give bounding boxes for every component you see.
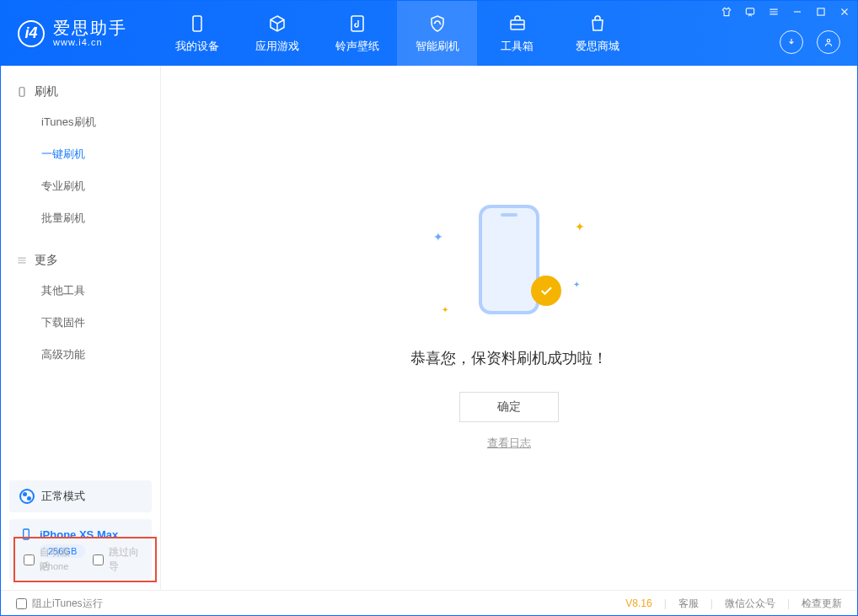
tab-label: 铃声壁纸 [335, 39, 379, 54]
checkbox-input[interactable] [93, 554, 104, 565]
close-button[interactable] [839, 6, 850, 20]
svg-rect-0 [193, 16, 201, 31]
tab-ringtone-wallpaper[interactable]: 铃声壁纸 [317, 1, 397, 66]
bag-icon [587, 13, 608, 34]
success-illustration: ✦ ✦ ✦ ✦ [450, 205, 568, 323]
mode-icon [19, 489, 35, 504]
tab-label: 应用游戏 [255, 39, 299, 54]
sidebar-item-onekey-flash[interactable]: 一键刷机 [1, 138, 160, 170]
sidebar-item-batch-flash[interactable]: 批量刷机 [1, 202, 160, 234]
menu-icon[interactable] [768, 6, 780, 20]
maximize-button[interactable] [815, 6, 827, 20]
user-button[interactable] [817, 30, 840, 54]
view-log-link[interactable]: 查看日志 [487, 436, 531, 451]
skip-guide-checkbox[interactable]: 跳过向导 [93, 545, 147, 574]
sidebar-item-other-tools[interactable]: 其他工具 [1, 275, 160, 307]
tab-label: 我的设备 [175, 39, 219, 54]
ok-button[interactable]: 确定 [459, 392, 559, 422]
sparkle-icon: ✦ [573, 280, 580, 289]
tab-store[interactable]: 爱思商城 [557, 1, 637, 66]
svg-point-5 [827, 40, 830, 43]
tab-label: 爱思商城 [576, 39, 619, 54]
download-button[interactable] [780, 30, 803, 54]
block-itunes-label: 阻止iTunes运行 [32, 597, 103, 611]
support-link[interactable]: 客服 [678, 597, 699, 611]
tab-label: 工具箱 [501, 39, 534, 54]
sidebar-item-itunes-flash[interactable]: iTunes刷机 [1, 106, 160, 138]
block-itunes-checkbox[interactable] [16, 598, 27, 609]
app-header: i4 爱思助手 www.i4.cn 我的设备 应用游戏 铃声壁纸 智能刷机 工具… [1, 1, 857, 66]
sidebar-item-advanced[interactable]: 高级功能 [1, 339, 160, 371]
tab-apps-games[interactable]: 应用游戏 [237, 1, 317, 66]
checkbox-input[interactable] [24, 554, 35, 565]
sidebar-group-more: 更多 [1, 246, 160, 275]
cube-icon [267, 13, 287, 34]
main-tabs: 我的设备 应用游戏 铃声壁纸 智能刷机 工具箱 爱思商城 [157, 1, 637, 66]
music-file-icon [347, 13, 367, 34]
sparkle-icon: ✦ [575, 220, 585, 233]
sidebar: 刷机 iTunes刷机 一键刷机 专业刷机 批量刷机 更多 其他工具 下载固件 … [1, 66, 161, 590]
toolbox-icon [507, 13, 528, 34]
svg-rect-1 [351, 16, 363, 31]
logo-area: i4 爱思助手 www.i4.cn [1, 19, 144, 47]
auto-activate-checkbox[interactable]: 自动激活 [24, 545, 78, 574]
success-message: 恭喜您，保资料刷机成功啦！ [410, 348, 608, 368]
logo-icon: i4 [18, 20, 45, 47]
check-update-link[interactable]: 检查更新 [802, 597, 842, 611]
svg-rect-4 [818, 8, 824, 15]
phone-icon [479, 205, 539, 314]
app-url: www.i4.cn [53, 37, 127, 47]
sidebar-group-flash: 刷机 [1, 78, 160, 106]
minimize-button[interactable] [791, 6, 803, 20]
options-highlight: 自动激活 跳过向导 [13, 537, 157, 582]
tab-smart-flash[interactable]: 智能刷机 [397, 1, 477, 66]
app-title: 爱思助手 [53, 19, 127, 37]
sparkle-icon: ✦ [433, 230, 443, 244]
sidebar-item-download-firmware[interactable]: 下载固件 [1, 307, 160, 339]
wechat-link[interactable]: 微信公众号 [725, 597, 775, 611]
svg-rect-3 [746, 8, 753, 14]
window-controls [721, 6, 850, 20]
tab-my-device[interactable]: 我的设备 [157, 1, 237, 66]
header-actions [780, 30, 840, 54]
main-content: ✦ ✦ ✦ ✦ 恭喜您，保资料刷机成功啦！ 确定 查看日志 [161, 66, 857, 590]
feedback-icon[interactable] [744, 6, 756, 20]
device-mode[interactable]: 正常模式 [9, 480, 152, 512]
sidebar-item-pro-flash[interactable]: 专业刷机 [1, 170, 160, 202]
mode-label: 正常模式 [41, 489, 85, 504]
check-badge-icon [531, 276, 561, 306]
sparkle-icon: ✦ [442, 305, 448, 314]
shield-refresh-icon [427, 13, 448, 34]
svg-rect-6 [19, 88, 24, 97]
phone-icon [187, 13, 207, 34]
tab-label: 智能刷机 [416, 39, 459, 54]
status-bar: 阻止iTunes运行 V8.16 | 客服 | 微信公众号 | 检查更新 [1, 590, 857, 616]
version-label: V8.16 [625, 597, 652, 609]
tab-toolbox[interactable]: 工具箱 [477, 1, 557, 66]
skin-icon[interactable] [721, 6, 732, 20]
